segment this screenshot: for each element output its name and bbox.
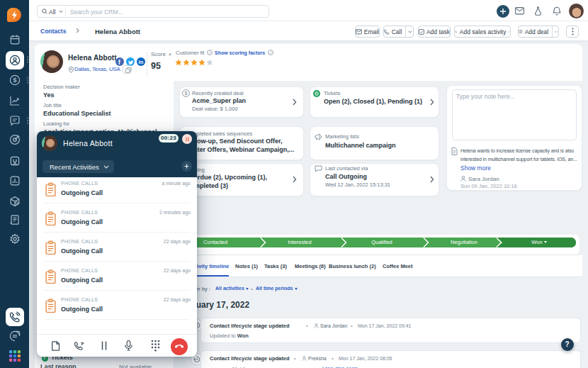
svg-text:i: i (209, 50, 210, 55)
svg-text:i: i (270, 50, 271, 55)
svg-text:$: $ (13, 77, 16, 84)
svg-text:$: $ (185, 91, 188, 96)
svg-text:$: $ (520, 30, 521, 33)
